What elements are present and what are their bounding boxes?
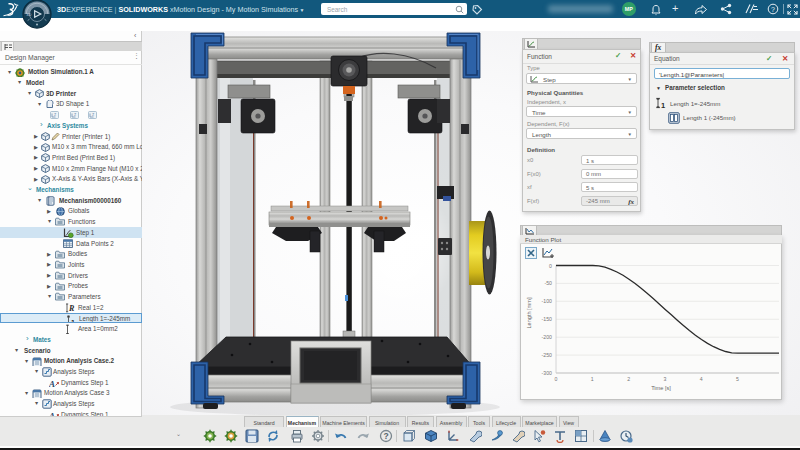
svg-text:-150: -150 <box>542 316 552 322</box>
svg-text:A: A <box>49 411 55 417</box>
svg-text:0: 0 <box>555 376 558 382</box>
svg-text:-300: -300 <box>542 370 552 376</box>
svg-text:5: 5 <box>736 376 739 382</box>
svg-text:2: 2 <box>627 376 630 382</box>
svg-text:1: 1 <box>591 376 594 382</box>
svg-text:Length [mm]: Length [mm] <box>526 297 532 329</box>
svg-text:1: 1 <box>661 101 665 110</box>
svg-text:Time [s]: Time [s] <box>651 385 671 391</box>
svg-text:3D: 3D <box>26 12 31 17</box>
svg-text:-100: -100 <box>542 298 552 304</box>
svg-text:0: 0 <box>549 263 552 269</box>
svg-text:4: 4 <box>700 376 703 382</box>
svg-text:?: ? <box>771 6 775 13</box>
svg-text:-250: -250 <box>542 352 552 358</box>
svg-text:R: R <box>68 304 75 313</box>
svg-text:A: A <box>49 378 55 387</box>
svg-text:?: ? <box>384 431 389 441</box>
svg-text:3: 3 <box>663 376 666 382</box>
svg-text:-50: -50 <box>545 280 553 286</box>
svg-text:-200: -200 <box>542 334 552 340</box>
